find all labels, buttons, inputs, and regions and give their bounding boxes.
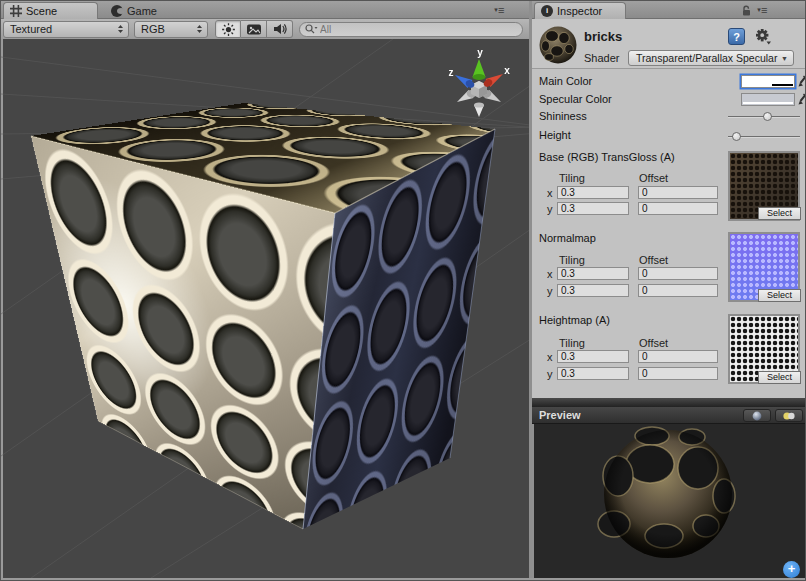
height-label: Height — [539, 129, 571, 141]
help-icon[interactable]: ? — [728, 28, 745, 45]
cube-object[interactable] — [1, 39, 529, 578]
unity-editor-window: Scene Game ▼≡ Textured RGB — [0, 0, 806, 581]
preview-shape-button[interactable] — [743, 409, 771, 422]
main-color-label: Main Color — [539, 75, 592, 87]
lights-icon — [782, 411, 796, 421]
color-mode-dropdown[interactable]: RGB — [134, 21, 208, 38]
specular-color-swatch[interactable] — [741, 93, 795, 106]
height-offset-x-field[interactable] — [638, 350, 718, 363]
height-tiling-y-field[interactable] — [557, 367, 629, 380]
section-title: Base (RGB) TransGloss (A) — [539, 151, 675, 163]
eyedropper-icon[interactable] — [797, 92, 806, 106]
offset-header: Offset — [639, 254, 668, 266]
scene-tabbar: Scene Game ▼≡ — [1, 1, 529, 19]
chevron-down-icon: ▼ — [781, 55, 788, 62]
image-icon — [246, 22, 262, 37]
inspector-panel: i Inspector ▼≡ — [532, 1, 806, 581]
scene-search-input[interactable] — [318, 23, 498, 36]
scene-viewport[interactable]: y x z — [1, 39, 529, 578]
tab-scene[interactable]: Scene — [3, 2, 98, 19]
scene-search-field[interactable] — [299, 22, 523, 37]
normal-tiling-x-field[interactable] — [557, 267, 629, 280]
info-icon: i — [541, 5, 553, 17]
tab-game[interactable]: Game — [105, 2, 163, 19]
preview-sphere — [534, 424, 805, 578]
tiling-header: Tiling — [559, 254, 585, 266]
main-color-swatch[interactable] — [741, 75, 795, 88]
scene-panel: Scene Game ▼≡ Textured RGB — [1, 1, 529, 581]
tab-game-label: Game — [127, 3, 157, 19]
tiling-header: Tiling — [559, 337, 585, 349]
preview-lighting-button[interactable] — [775, 409, 803, 422]
scene-toolbar: Textured RGB — [1, 19, 529, 39]
sun-icon — [221, 22, 236, 37]
gizmo-x-label: x — [504, 65, 510, 76]
add-preview-icon[interactable]: + — [783, 561, 800, 578]
x-row-label: x — [547, 351, 553, 363]
material-preview-icon — [538, 25, 578, 65]
material-header: bricks Shader Transparent/Parallax Specu… — [532, 19, 806, 69]
specular-color-alpha-bar — [743, 102, 793, 105]
base-tiling-y-field[interactable] — [557, 202, 629, 215]
render-mode-value: Textured — [10, 23, 52, 35]
section-title: Normalmap — [539, 232, 596, 244]
heightmap-select-button[interactable]: Select — [758, 371, 801, 384]
color-mode-value: RGB — [141, 23, 165, 35]
grid-icon — [10, 5, 22, 17]
sphere-icon — [752, 411, 762, 421]
preview-separator — [532, 398, 806, 407]
height-offset-y-field[interactable] — [638, 367, 718, 380]
specular-color-label: Specular Color — [539, 93, 612, 105]
speaker-icon — [272, 21, 288, 37]
gizmo-y-label: y — [477, 47, 483, 58]
shininess-slider-handle[interactable] — [763, 112, 772, 121]
game-icon — [111, 5, 123, 17]
height-slider-handle[interactable] — [732, 132, 741, 141]
normal-offset-y-field[interactable] — [638, 284, 718, 297]
skybox-toggle-button[interactable] — [241, 20, 267, 38]
lighting-toggle-button[interactable] — [215, 20, 241, 38]
updown-arrows-icon — [196, 24, 203, 34]
preview-title: Preview — [539, 409, 581, 421]
preview-area[interactable]: + — [532, 424, 806, 581]
normalmap-select-button[interactable]: Select — [758, 289, 801, 302]
main-color-alpha-bar — [743, 84, 793, 87]
material-name: bricks — [584, 29, 622, 44]
shader-value: Transparent/Parallax Specular — [636, 52, 777, 64]
shininess-label: Shininess — [539, 110, 587, 122]
height-tiling-x-field[interactable] — [557, 350, 629, 363]
render-mode-dropdown[interactable]: Textured — [3, 21, 129, 38]
normal-offset-x-field[interactable] — [638, 267, 718, 280]
height-slider[interactable] — [728, 136, 800, 138]
tab-inspector-label: Inspector — [557, 3, 602, 19]
base-texture-select-button[interactable]: Select — [758, 207, 801, 220]
offset-header: Offset — [639, 337, 668, 349]
search-icon — [304, 23, 318, 35]
x-row-label: x — [547, 268, 553, 280]
gear-icon[interactable] — [754, 28, 772, 45]
base-offset-x-field[interactable] — [638, 186, 718, 199]
section-title: Heightmap (A) — [539, 314, 610, 326]
tab-scene-label: Scene — [26, 3, 57, 19]
shader-dropdown[interactable]: Transparent/Parallax Specular ▼ — [628, 50, 794, 66]
scene-toggle-group — [215, 20, 293, 38]
tiling-header: Tiling — [559, 172, 585, 184]
shininess-slider[interactable] — [728, 116, 800, 118]
scene-pane-menu-icon[interactable]: ▼≡ — [493, 5, 503, 16]
base-offset-y-field[interactable] — [638, 202, 718, 215]
y-row-label: y — [547, 203, 553, 215]
audio-toggle-button[interactable] — [267, 20, 293, 38]
tab-inspector[interactable]: i Inspector — [534, 2, 626, 19]
offset-header: Offset — [639, 172, 668, 184]
gizmo-z-label: z — [449, 67, 454, 78]
inspector-pane-menu-icon[interactable]: ▼≡ — [756, 5, 766, 16]
y-row-label: y — [547, 368, 553, 380]
inspector-tabbar: i Inspector ▼≡ — [532, 1, 806, 19]
base-tiling-x-field[interactable] — [557, 186, 629, 199]
lock-icon[interactable] — [741, 5, 752, 17]
eyedropper-icon[interactable] — [797, 74, 806, 88]
y-row-label: y — [547, 285, 553, 297]
normal-tiling-y-field[interactable] — [557, 284, 629, 297]
preview-header[interactable]: Preview — [532, 407, 806, 424]
shader-label: Shader — [584, 52, 619, 64]
